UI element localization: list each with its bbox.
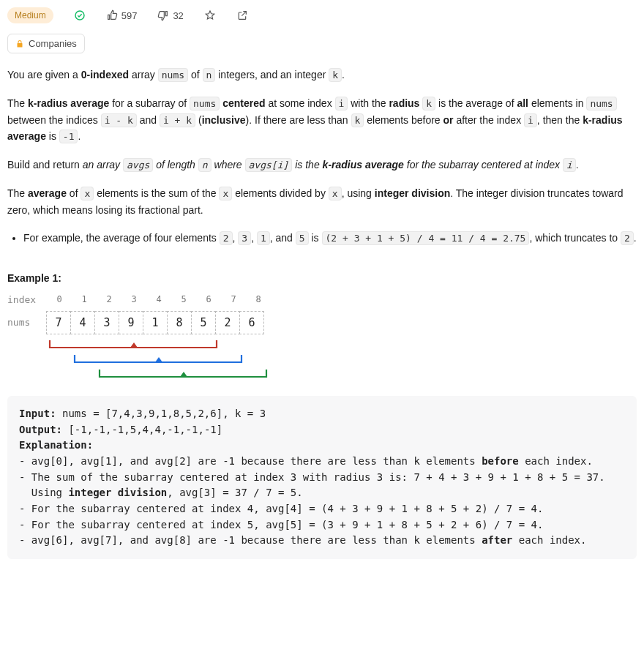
array-cell: 7: [46, 311, 71, 334]
upvote-count: 597: [121, 10, 138, 21]
code-inline: k: [329, 68, 342, 82]
paragraph-task: Build and return an array avgs of length…: [7, 157, 637, 173]
favorite-button[interactable]: [204, 10, 216, 21]
array-cell: 3: [94, 311, 119, 334]
lock-icon: [15, 40, 24, 48]
code-inline: nums: [158, 68, 188, 82]
example-codeblock: Input: nums = [7,4,3,9,1,8,5,2,6], k = 3…: [7, 396, 637, 559]
array-cell: 4: [70, 311, 95, 334]
array-cell: 5: [191, 311, 216, 334]
list-item: For example, the average of four element…: [23, 230, 637, 247]
example-diagram: index 0 1 2 3 4 5 6 7 8 nums 7 4 3 9 1 8…: [7, 294, 637, 386]
array-cell: 6: [239, 311, 264, 334]
thumbs-up-icon: [106, 10, 118, 21]
share-icon: [236, 10, 248, 21]
solved-icon: [74, 10, 86, 21]
nums-label: nums: [7, 317, 47, 328]
paragraph-average: The average of x elements is the sum of …: [7, 185, 637, 218]
paragraph-intro: You are given a 0-indexed array nums of …: [7, 67, 637, 83]
companies-button[interactable]: Companies: [7, 34, 85, 53]
array-cell: 2: [215, 311, 240, 334]
downvote-control[interactable]: 32: [157, 10, 183, 21]
example-bullet-list: For example, the average of four element…: [7, 230, 637, 247]
downvote-count: 32: [173, 10, 183, 21]
array-cell: 8: [167, 311, 192, 334]
companies-label: Companies: [29, 38, 77, 49]
paragraph-definition: The k-radius average for a subarray of n…: [7, 95, 637, 145]
array-cell: 9: [119, 311, 143, 334]
meta-row: Medium 597 32: [7, 7, 637, 23]
upvote-control[interactable]: 597: [106, 10, 138, 21]
range-brackets: [47, 339, 637, 386]
array-cell: 1: [143, 311, 168, 334]
share-button[interactable]: [236, 10, 248, 21]
code-inline: n: [203, 68, 216, 82]
example-title: Example 1:: [7, 272, 637, 284]
thumbs-down-icon: [157, 10, 169, 21]
difficulty-pill: Medium: [7, 7, 53, 23]
star-icon: [204, 10, 216, 21]
index-label: index: [7, 294, 47, 305]
